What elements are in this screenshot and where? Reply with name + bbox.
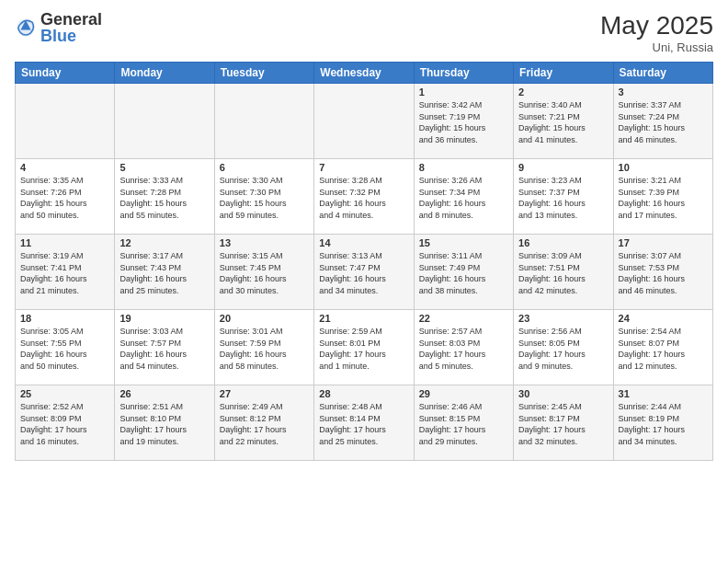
calendar-page: General Blue May 2025 Uni, Russia Sunday… (0, 0, 728, 563)
day-info: Sunrise: 3:21 AMSunset: 7:39 PMDaylight:… (619, 175, 708, 221)
day-info: Sunrise: 3:05 AMSunset: 7:55 PMDaylight:… (20, 326, 109, 372)
day-info: Sunrise: 3:35 AMSunset: 7:26 PMDaylight:… (20, 175, 109, 221)
day-number: 15 (419, 237, 508, 248)
weekday-header-tuesday: Tuesday (214, 63, 313, 84)
day-number: 20 (220, 313, 309, 324)
calendar-cell: 25Sunrise: 2:52 AMSunset: 8:09 PMDayligh… (16, 385, 115, 461)
day-info: Sunrise: 3:07 AMSunset: 7:53 PMDaylight:… (619, 250, 708, 296)
day-number: 28 (319, 388, 408, 399)
calendar-cell: 2Sunrise: 3:40 AMSunset: 7:21 PMDaylight… (514, 84, 613, 159)
logo-text: General Blue (40, 11, 102, 44)
calendar-row-3: 18Sunrise: 3:05 AMSunset: 7:55 PMDayligh… (16, 310, 713, 385)
calendar-cell: 10Sunrise: 3:21 AMSunset: 7:39 PMDayligh… (613, 159, 712, 235)
calendar-cell: 11Sunrise: 3:19 AMSunset: 7:41 PMDayligh… (16, 235, 115, 310)
calendar-cell (214, 84, 313, 159)
day-info: Sunrise: 2:57 AMSunset: 8:03 PMDaylight:… (419, 326, 508, 372)
day-info: Sunrise: 3:01 AMSunset: 7:59 PMDaylight:… (220, 326, 309, 372)
calendar-cell: 27Sunrise: 2:49 AMSunset: 8:12 PMDayligh… (214, 385, 313, 461)
calendar-cell: 30Sunrise: 2:45 AMSunset: 8:17 PMDayligh… (514, 385, 613, 461)
calendar-cell (16, 84, 115, 159)
day-number: 31 (619, 388, 708, 399)
day-number: 22 (419, 313, 508, 324)
day-info: Sunrise: 2:52 AMSunset: 8:09 PMDaylight:… (20, 401, 109, 447)
location-subtitle: Uni, Russia (600, 40, 713, 54)
calendar-cell: 8Sunrise: 3:26 AMSunset: 7:34 PMDaylight… (414, 159, 513, 235)
day-info: Sunrise: 3:42 AMSunset: 7:19 PMDaylight:… (419, 99, 508, 145)
day-number: 27 (220, 388, 309, 399)
day-info: Sunrise: 3:33 AMSunset: 7:28 PMDaylight:… (119, 175, 209, 221)
day-info: Sunrise: 2:54 AMSunset: 8:07 PMDaylight:… (619, 326, 708, 372)
calendar-table: SundayMondayTuesdayWednesdayThursdayFrid… (15, 62, 713, 461)
day-number: 7 (319, 162, 408, 173)
day-number: 9 (518, 162, 608, 173)
day-number: 12 (119, 237, 209, 248)
day-info: Sunrise: 3:03 AMSunset: 7:57 PMDaylight:… (119, 326, 209, 372)
calendar-cell: 12Sunrise: 3:17 AMSunset: 7:43 PMDayligh… (115, 235, 214, 310)
day-info: Sunrise: 2:51 AMSunset: 8:10 PMDaylight:… (119, 401, 209, 447)
calendar-cell: 23Sunrise: 2:56 AMSunset: 8:05 PMDayligh… (514, 310, 613, 385)
calendar-cell: 3Sunrise: 3:37 AMSunset: 7:24 PMDaylight… (613, 84, 712, 159)
calendar-cell: 7Sunrise: 3:28 AMSunset: 7:32 PMDaylight… (314, 159, 414, 235)
day-number: 6 (220, 162, 309, 173)
calendar-cell (314, 84, 414, 159)
day-number: 4 (20, 162, 109, 173)
day-number: 2 (518, 86, 608, 98)
calendar-cell: 29Sunrise: 2:46 AMSunset: 8:15 PMDayligh… (414, 385, 513, 461)
weekday-header-wednesday: Wednesday (314, 63, 414, 84)
day-info: Sunrise: 2:46 AMSunset: 8:15 PMDaylight:… (419, 401, 508, 447)
day-number: 24 (619, 313, 708, 324)
day-number: 25 (20, 388, 109, 399)
calendar-row-4: 25Sunrise: 2:52 AMSunset: 8:09 PMDayligh… (16, 385, 713, 461)
day-info: Sunrise: 2:48 AMSunset: 8:14 PMDaylight:… (319, 401, 408, 447)
day-info: Sunrise: 3:15 AMSunset: 7:45 PMDaylight:… (220, 250, 309, 296)
calendar-cell: 28Sunrise: 2:48 AMSunset: 8:14 PMDayligh… (314, 385, 414, 461)
weekday-header-row: SundayMondayTuesdayWednesdayThursdayFrid… (16, 63, 713, 84)
calendar-cell: 22Sunrise: 2:57 AMSunset: 8:03 PMDayligh… (414, 310, 513, 385)
calendar-row-0: 1Sunrise: 3:42 AMSunset: 7:19 PMDaylight… (16, 84, 713, 159)
month-year-title: May 2025 (600, 11, 713, 40)
calendar-cell: 31Sunrise: 2:44 AMSunset: 8:19 PMDayligh… (613, 385, 712, 461)
day-number: 3 (619, 86, 708, 98)
day-number: 11 (20, 237, 109, 248)
calendar-cell: 4Sunrise: 3:35 AMSunset: 7:26 PMDaylight… (16, 159, 115, 235)
calendar-cell: 18Sunrise: 3:05 AMSunset: 7:55 PMDayligh… (16, 310, 115, 385)
calendar-cell: 15Sunrise: 3:11 AMSunset: 7:49 PMDayligh… (414, 235, 513, 310)
calendar-cell: 13Sunrise: 3:15 AMSunset: 7:45 PMDayligh… (214, 235, 313, 310)
day-number: 14 (319, 237, 408, 248)
day-info: Sunrise: 3:40 AMSunset: 7:21 PMDaylight:… (518, 99, 608, 145)
day-info: Sunrise: 3:09 AMSunset: 7:51 PMDaylight:… (518, 250, 608, 296)
day-number: 30 (518, 388, 608, 399)
calendar-cell: 24Sunrise: 2:54 AMSunset: 8:07 PMDayligh… (613, 310, 712, 385)
title-block: May 2025 Uni, Russia (600, 11, 713, 54)
day-number: 13 (220, 237, 309, 248)
day-info: Sunrise: 3:23 AMSunset: 7:37 PMDaylight:… (518, 175, 608, 221)
calendar-cell: 1Sunrise: 3:42 AMSunset: 7:19 PMDaylight… (414, 84, 513, 159)
weekday-header-sunday: Sunday (16, 63, 115, 84)
day-number: 18 (20, 313, 109, 324)
calendar-cell: 14Sunrise: 3:13 AMSunset: 7:47 PMDayligh… (314, 235, 414, 310)
day-number: 16 (518, 237, 608, 248)
calendar-cell: 19Sunrise: 3:03 AMSunset: 7:57 PMDayligh… (115, 310, 214, 385)
day-info: Sunrise: 3:28 AMSunset: 7:32 PMDaylight:… (319, 175, 408, 221)
day-info: Sunrise: 2:45 AMSunset: 8:17 PMDaylight:… (518, 401, 608, 447)
calendar-cell: 6Sunrise: 3:30 AMSunset: 7:30 PMDaylight… (214, 159, 313, 235)
day-number: 26 (119, 388, 209, 399)
day-info: Sunrise: 3:17 AMSunset: 7:43 PMDaylight:… (119, 250, 209, 296)
day-info: Sunrise: 3:37 AMSunset: 7:24 PMDaylight:… (619, 99, 708, 145)
weekday-header-monday: Monday (115, 63, 214, 84)
day-info: Sunrise: 2:44 AMSunset: 8:19 PMDaylight:… (619, 401, 708, 447)
day-number: 10 (619, 162, 708, 173)
calendar-cell: 20Sunrise: 3:01 AMSunset: 7:59 PMDayligh… (214, 310, 313, 385)
day-number: 5 (119, 162, 209, 173)
calendar-header: SundayMondayTuesdayWednesdayThursdayFrid… (16, 63, 713, 84)
day-number: 21 (319, 313, 408, 324)
day-info: Sunrise: 3:26 AMSunset: 7:34 PMDaylight:… (419, 175, 508, 221)
day-info: Sunrise: 2:56 AMSunset: 8:05 PMDaylight:… (518, 326, 608, 372)
logo: General Blue (15, 11, 102, 44)
day-number: 19 (119, 313, 209, 324)
calendar-row-2: 11Sunrise: 3:19 AMSunset: 7:41 PMDayligh… (16, 235, 713, 310)
day-number: 17 (619, 237, 708, 248)
day-number: 8 (419, 162, 508, 173)
calendar-cell: 26Sunrise: 2:51 AMSunset: 8:10 PMDayligh… (115, 385, 214, 461)
calendar-cell (115, 84, 214, 159)
